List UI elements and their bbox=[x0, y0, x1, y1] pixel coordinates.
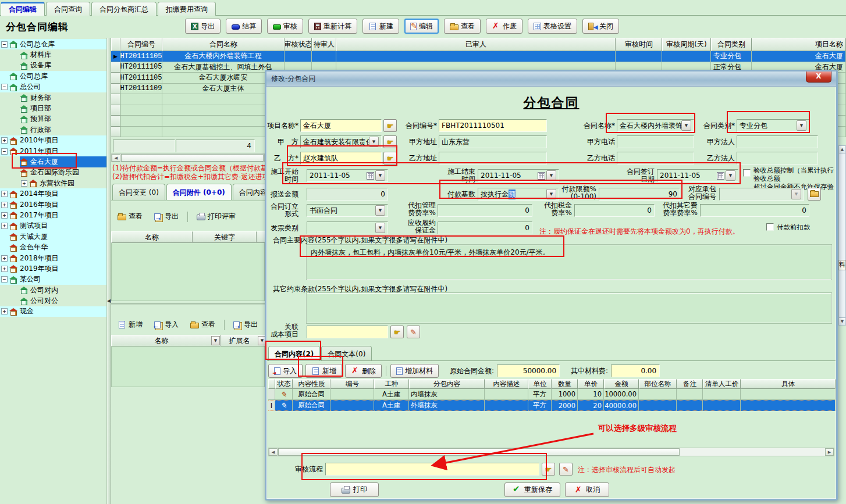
attachment-column-header[interactable]: 关键字 bbox=[193, 231, 257, 243]
新增-button[interactable]: 新增 bbox=[305, 364, 342, 378]
sidebar-item-行政部[interactable]: 行政部 bbox=[0, 124, 106, 135]
top-tab-4[interactable]: 扣缴费用查询 bbox=[158, 2, 216, 16]
cost_item-field[interactable] bbox=[307, 326, 388, 338]
sidebar-item-公司对内[interactable]: 公司对内 bbox=[0, 285, 106, 295]
contract_name-field[interactable]: 金石大楼内外墙装饰工程▼ bbox=[617, 119, 694, 132]
start_date-field[interactable]: 2011-11-05▼ bbox=[307, 169, 388, 182]
party_b_addr-field[interactable] bbox=[439, 152, 547, 165]
sidebar-item-财务部[interactable]: 财务部 bbox=[0, 92, 106, 103]
report_amount-field[interactable]: 0 bbox=[307, 188, 388, 201]
sidebar-item-2017年项目[interactable]: +2017年项目 bbox=[0, 210, 106, 220]
sidebar-item-金石大厦[interactable]: 金石大厦 bbox=[0, 156, 106, 167]
filter-dropdown-icon[interactable]: ▼ bbox=[211, 336, 220, 345]
表格设置-button[interactable]: 表格设置 bbox=[528, 19, 577, 34]
accept_control-checkbox[interactable] bbox=[743, 169, 751, 177]
新建-button[interactable]: 新建 bbox=[362, 19, 399, 34]
detail-column-header[interactable]: 清单人工价 bbox=[703, 379, 741, 389]
sub-tab-1[interactable]: 合同变更 (0) bbox=[112, 184, 165, 200]
invoice_type-field[interactable]: ▼ bbox=[307, 221, 388, 234]
detail-column-header[interactable] bbox=[268, 379, 275, 389]
取消-button[interactable]: 取消 bbox=[565, 482, 609, 497]
sub-tab-2[interactable]: 合同附件 (0+0) bbox=[166, 184, 232, 200]
related_contract-folder-button[interactable] bbox=[808, 188, 821, 201]
top-tab-3[interactable]: 合同分包商汇总 bbox=[91, 2, 157, 16]
detail-column-header[interactable]: 具体 bbox=[741, 379, 836, 389]
编辑-button[interactable]: 编辑 bbox=[404, 19, 439, 34]
party_b-lookup-button[interactable]: ☛ bbox=[383, 152, 397, 165]
dropdown-arrow-icon[interactable]: ▼ bbox=[546, 170, 556, 181]
tree-expander-icon[interactable]: + bbox=[1, 223, 8, 229]
dropdown-arrow-icon[interactable]: ▼ bbox=[546, 189, 556, 199]
dropdown-arrow-icon[interactable]: ▼ bbox=[681, 120, 691, 131]
重新计算-button[interactable]: 重新计算 bbox=[308, 19, 357, 34]
row-selector[interactable] bbox=[111, 62, 120, 73]
party_a-field[interactable]: 金石建筑安装有限责任公▼ bbox=[300, 135, 382, 148]
top-tab-2[interactable]: 合同查询 bbox=[46, 2, 90, 16]
sign_date-field[interactable]: 2011-11-05▼ bbox=[657, 169, 738, 182]
tree-expander-icon[interactable]: + bbox=[1, 137, 8, 144]
dialog-titlebar[interactable]: 修改-分包合同 X bbox=[266, 72, 836, 87]
flow-field[interactable] bbox=[325, 463, 539, 476]
sidebar-item-总公司[interactable]: −总公司 bbox=[0, 82, 106, 92]
sidebar-item-2014年项目[interactable]: +2014年项目 bbox=[0, 188, 106, 199]
scroll-down-icon[interactable]: ▼ bbox=[839, 317, 845, 325]
column-header-审核时间[interactable]: 审核时间 bbox=[616, 38, 662, 51]
column-header-合同编号[interactable]: 合同编号 bbox=[120, 38, 162, 51]
sidebar-item-设备库[interactable]: 设备库 bbox=[0, 60, 106, 71]
detail-column-header[interactable]: 数量 bbox=[552, 379, 578, 389]
detail-row-selector[interactable]: I bbox=[268, 400, 275, 411]
detail-row-selector[interactable] bbox=[268, 389, 275, 400]
cost_item-edit-button[interactable]: ✎ bbox=[407, 326, 420, 338]
other-terms-textarea[interactable] bbox=[307, 293, 831, 323]
tree-expander-icon[interactable]: + bbox=[1, 191, 8, 197]
contract_no-field[interactable]: FBHT2011110501 bbox=[439, 119, 547, 132]
attachment-column-header[interactable]: 名称 bbox=[111, 231, 193, 243]
sidebar-item-测试项目[interactable]: +测试项目 bbox=[0, 221, 106, 231]
导入-button[interactable]: 导入 bbox=[268, 364, 303, 378]
tree-expander-icon[interactable]: − bbox=[1, 148, 8, 155]
detail-column-header[interactable]: 内容性质 bbox=[293, 379, 330, 389]
dropdown-arrow-icon[interactable]: ▼ bbox=[726, 170, 735, 181]
tree-expander-icon[interactable]: − bbox=[1, 84, 8, 90]
detail-column-header[interactable]: 编号 bbox=[330, 379, 374, 389]
row-selector[interactable] bbox=[111, 73, 120, 84]
sidebar-item-2019年项目[interactable]: +2019年项目 bbox=[0, 263, 106, 274]
sidebar-item-东营软件园[interactable]: +东营软件园 bbox=[0, 178, 106, 188]
column-header-合同名称[interactable]: 合同名称 bbox=[162, 38, 285, 51]
row-selector[interactable] bbox=[111, 84, 120, 95]
end_date-field[interactable]: 2011-11-05▼ bbox=[478, 169, 559, 182]
scroll-right-icon[interactable]: ▶ bbox=[825, 448, 834, 456]
scroll-up-icon[interactable]: ▲ bbox=[839, 146, 845, 153]
作废-button[interactable]: 作废 bbox=[486, 19, 522, 34]
sidebar-item-公司对公[interactable]: 公司对公 bbox=[0, 295, 106, 306]
sub-tab-3[interactable]: 合同内容 (2 bbox=[233, 184, 265, 200]
detail-row-2[interactable]: I✎原始合同A土建外墙抹灰平方20002040000.00 bbox=[268, 400, 836, 411]
detail-column-header[interactable]: 状态 bbox=[275, 379, 293, 389]
party_b_tel-field[interactable] bbox=[617, 152, 694, 165]
sidebar-item-材料库[interactable]: 材料库 bbox=[0, 49, 106, 60]
column-header-待审人[interactable]: 待审人 bbox=[312, 38, 336, 51]
dialog-close-button[interactable]: X bbox=[806, 72, 831, 83]
flow-edit-button[interactable]: ✎ bbox=[559, 463, 573, 476]
mgmt_fee-field[interactable]: 0 bbox=[438, 204, 532, 217]
sidebar-splitter[interactable]: ◀ bbox=[106, 38, 111, 504]
detail-column-header[interactable]: 部位名称 bbox=[639, 379, 677, 389]
document-column-header[interactable]: 扩展名▼ bbox=[221, 335, 265, 346]
detail-column-header[interactable]: 工种 bbox=[374, 379, 409, 389]
tax_fee-field[interactable]: 0 bbox=[574, 204, 655, 217]
审核-button[interactable]: 审核 bbox=[267, 19, 303, 34]
tree-expander-icon[interactable]: + bbox=[21, 180, 27, 187]
project-lookup-button[interactable]: ☛ bbox=[383, 119, 397, 132]
dropdown-arrow-icon[interactable]: ▼ bbox=[375, 205, 385, 216]
scroll-left-icon[interactable]: ◀ bbox=[269, 448, 278, 456]
sidebar-item-某公司[interactable]: −某公司 bbox=[0, 274, 106, 285]
结算-button[interactable]: 结算 bbox=[226, 19, 262, 34]
column-header-项目名称[interactable]: 项目名称 bbox=[752, 38, 846, 51]
sidebar-item-现金[interactable]: +现金 bbox=[0, 306, 106, 317]
增加材料-button[interactable]: 增加材料 bbox=[390, 364, 439, 378]
contract-row-1[interactable]: ▶FBHT2011110501金石大楼内外墙装饰工程专业分包金石大厦 bbox=[111, 51, 846, 62]
sidebar-item-公司总仓库[interactable]: −公司总仓库 bbox=[0, 39, 106, 49]
打印评审-button[interactable]: 打印评审 bbox=[193, 209, 240, 224]
contracts-hscrollbar[interactable]: ◀ bbox=[111, 153, 265, 162]
form_type-field[interactable]: 书面合同▼ bbox=[307, 204, 388, 217]
